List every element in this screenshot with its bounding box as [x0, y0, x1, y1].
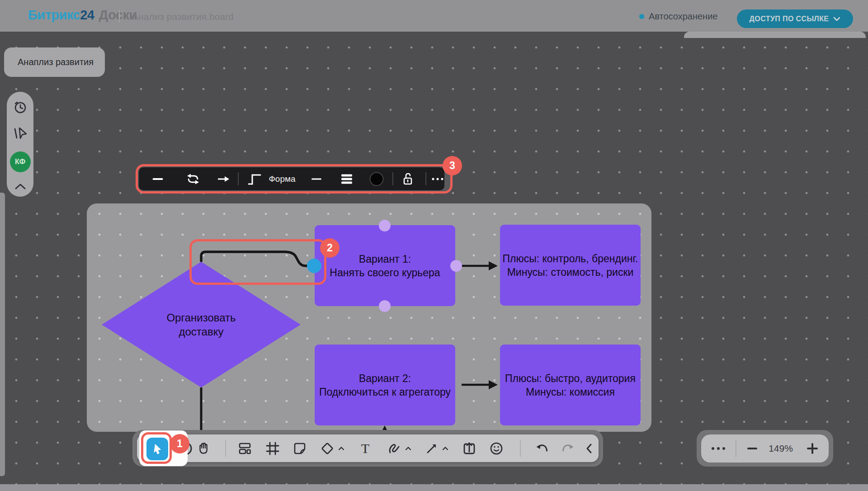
share-access-button[interactable]: ДОСТУП ПО ССЫЛКЕ	[737, 9, 853, 28]
layout-frames-icon	[237, 441, 253, 456]
shape-type-label[interactable]: Форма	[269, 174, 295, 184]
shapes-tool-expand[interactable]	[338, 446, 344, 450]
bitrix24-logo: Битрикс24Доски	[28, 8, 137, 23]
collapse-sidebar-button[interactable]	[14, 183, 26, 190]
zoom-controls: 149%	[701, 434, 829, 463]
collaboration-sidebar: КФ	[7, 92, 33, 197]
dimmed-panel-ghost	[684, 32, 866, 38]
text-tool-button[interactable]: T	[361, 441, 369, 456]
text-tool-icon: T	[361, 441, 369, 456]
user-avatar[interactable]: КФ	[10, 151, 31, 172]
hand-icon	[196, 441, 211, 456]
option2-line1: Вариант 2:	[359, 372, 411, 385]
decision-line1: Организовать	[166, 311, 236, 325]
lock-button[interactable]	[401, 172, 415, 186]
toolbar-divider	[520, 440, 521, 457]
undo-button[interactable]	[534, 440, 551, 457]
canvas-more-button[interactable]	[712, 447, 725, 450]
history-icon	[13, 100, 28, 114]
shapes-tool-button[interactable]	[319, 440, 335, 457]
arrow-tool-expand[interactable]	[442, 446, 448, 450]
board-title-menu[interactable]: Анаплиз развития	[4, 47, 105, 77]
elbow-connector-icon	[247, 172, 262, 186]
option1-line1: Вариант 1:	[359, 252, 411, 266]
connector-shape-button[interactable]	[247, 172, 262, 186]
shape-option1[interactable]: Вариант 1: Нанять своего курьера	[315, 225, 455, 306]
stroke-weight-button[interactable]	[341, 174, 352, 184]
arrowhead-style-button[interactable]	[216, 172, 231, 186]
chevron-up-icon	[14, 183, 26, 190]
toolbar-divider	[425, 172, 426, 185]
frame-tool-button[interactable]	[265, 441, 280, 456]
page-bottom-strip	[0, 484, 868, 491]
option2-line2: Подключиться к агрегатору	[319, 385, 451, 399]
unlock-icon	[401, 172, 415, 186]
thin-line-icon	[311, 178, 321, 179]
frame-grid-icon	[265, 441, 280, 456]
line-style-button[interactable]	[153, 178, 163, 180]
scribble-pen-icon	[387, 440, 403, 457]
arrow-right-icon	[216, 172, 231, 186]
toolbar-divider	[225, 440, 226, 457]
board-title-label: Анаплиз развития	[18, 57, 94, 67]
hand-tool-button[interactable]	[196, 441, 211, 456]
shape-pros2[interactable]: Плюсы: быстро, аудитория Минусы: комисси…	[500, 345, 641, 425]
history-button[interactable]	[13, 100, 28, 114]
collapse-toolbar-button[interactable]	[585, 443, 593, 454]
plus-icon	[807, 443, 818, 454]
board-filename: Анализ развития.board	[132, 11, 234, 22]
shape-label-text: Форма	[269, 174, 295, 184]
shape-option2[interactable]: Вариант 2: Подключиться к агрегатору	[315, 345, 455, 425]
chevron-up-small-icon	[405, 446, 411, 450]
decision-text: Организовать доставку	[166, 311, 236, 339]
color-picker-button[interactable]	[371, 173, 383, 185]
redo-icon	[559, 440, 576, 457]
zoom-out-button[interactable]	[747, 448, 757, 449]
undo-icon	[534, 440, 551, 457]
zoom-level[interactable]: 149%	[769, 443, 793, 454]
tour-badge-1: 1	[170, 434, 189, 453]
color-swatch-icon	[371, 173, 383, 185]
minus-icon	[747, 448, 757, 449]
more-options-button[interactable]	[432, 178, 443, 180]
pen-tool-button[interactable]	[387, 440, 403, 457]
follow-cursor-button[interactable]	[13, 125, 28, 141]
toolbar-divider	[238, 172, 239, 185]
zoom-level-value: 149%	[769, 443, 793, 454]
pros2-line2: Минусы: комиссия	[526, 385, 615, 399]
decision-line2: доставку	[166, 325, 236, 339]
avatar-initials: КФ	[15, 158, 25, 166]
upload-icon	[461, 440, 477, 457]
header-divider	[119, 10, 120, 23]
autosave-dot-icon	[639, 14, 644, 19]
tour-badge-1-number: 1	[177, 438, 183, 450]
emoji-tool-button[interactable]	[489, 441, 504, 456]
zoom-in-button[interactable]	[807, 443, 818, 454]
select-tool-button[interactable]	[146, 438, 168, 460]
offscreen-frame-edge	[0, 193, 5, 476]
follow-cursor-icon	[13, 125, 28, 141]
redo-button[interactable]	[559, 440, 576, 457]
pen-tool-expand[interactable]	[405, 446, 411, 450]
zoom-divider	[736, 440, 736, 457]
toolbar-divider	[392, 172, 393, 185]
shape-pros1[interactable]: Плюсы: контроль, брендинг. Минусы: стоим…	[500, 225, 641, 306]
sticky-note-tool-button[interactable]	[292, 441, 307, 456]
stroke-style-button[interactable]	[311, 178, 321, 179]
tour-badge-3: 3	[443, 156, 462, 175]
arrow-tool-button[interactable]	[424, 441, 439, 456]
logo-primary: Битрикс	[28, 8, 80, 22]
frames-tool-button[interactable]	[237, 441, 253, 456]
option1-line2: Нанять своего курьера	[330, 266, 440, 279]
pros2-line1: Плюсы: быстро, аудитория	[505, 372, 636, 385]
tour-highlight-select-tool	[141, 432, 172, 464]
sticky-note-icon	[292, 441, 307, 456]
shape-format-toolbar: Форма	[139, 167, 444, 190]
upload-tool-button[interactable]	[461, 440, 477, 457]
swap-arrows-icon	[186, 172, 200, 186]
tour-highlight-connector	[189, 239, 326, 285]
reverse-direction-button[interactable]	[186, 172, 200, 186]
app-header: Битрикс24Доски Анализ развития.board Авт…	[0, 0, 868, 32]
pros1-line1: Плюсы: контроль, брендинг.	[502, 252, 638, 265]
chevron-down-icon	[833, 17, 840, 21]
